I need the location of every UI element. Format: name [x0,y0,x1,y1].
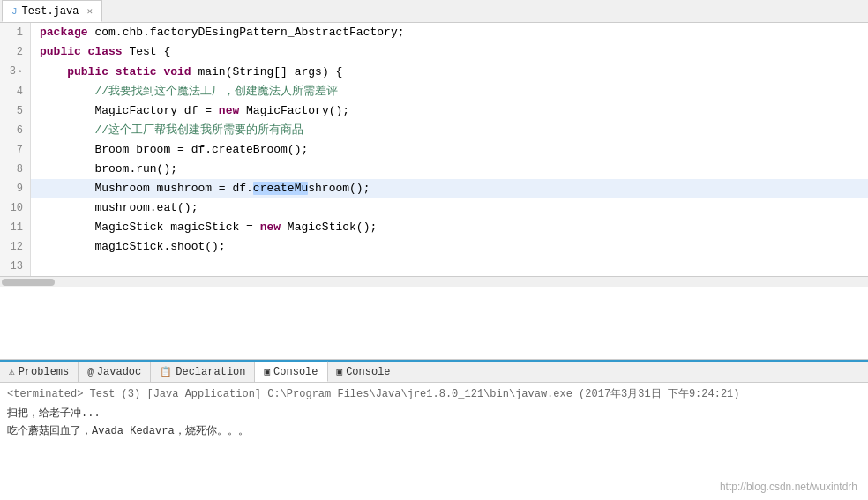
console-content: <terminated> Test (3) [Java Application]… [0,383,868,444]
editor-tab-bar: J Test.java ✕ [0,0,868,23]
code-line-11[interactable]: 11 MagicStick magicStick = new MagicStic… [0,218,868,237]
line-number-12: 12 [0,237,31,257]
code-line-13[interactable]: 13 [0,257,868,276]
console1-label: Console [273,366,318,378]
line-number-10: 10 [0,198,31,218]
code-line-9[interactable]: 9 Mushroom mushroom = df.createMushroom(… [0,179,868,198]
javadoc-icon: @ [87,367,94,377]
code-editor[interactable]: 1package com.chb.factoryDEsingPattern_Ab… [0,23,868,360]
bottom-tab-declaration[interactable]: 📋Declaration [151,362,255,383]
problems-icon: ⚠ [9,366,15,377]
console-output: 扫把，给老子冲... 吃个蘑菇回血了，Avada Kedavra，烧死你。。。 [7,405,861,440]
scrollbar-thumb[interactable] [2,279,55,286]
code-line-7[interactable]: 7 Broom broom = df.createBroom(); [0,140,868,160]
line-content-3: public static void main(String[] args) { [31,63,342,82]
line-content-12: magicStick.shoot(); [31,237,226,257]
line-number-8: 8 [0,160,31,179]
line-content-10: mushroom.eat(); [31,198,198,218]
line-content-4: //我要找到这个魔法工厂，创建魔法人所需差评 [31,82,338,101]
bottom-tab-console1[interactable]: ▣Console [255,361,327,382]
code-line-6[interactable]: 6 //这个工厂帮我创建我所需要的所有商品 [0,121,868,140]
bottom-panel: ⚠Problems@Javadoc📋Declaration▣Console▣Co… [0,360,868,500]
line-number-13: 13 [0,257,31,276]
line-number-9: 9 [0,179,31,198]
editor-tab-test-java[interactable]: J Test.java ✕ [2,0,102,22]
bottom-tab-bar: ⚠Problems@Javadoc📋Declaration▣Console▣Co… [0,362,868,383]
code-line-1[interactable]: 1package com.chb.factoryDEsingPattern_Ab… [0,23,868,42]
fold-arrow[interactable]: ◦ [18,67,23,77]
bottom-tab-javadoc[interactable]: @Javadoc [79,362,151,383]
bottom-tab-problems[interactable]: ⚠Problems [0,362,79,383]
code-line-8[interactable]: 8 broom.run(); [0,160,868,179]
console-line-1: 扫把，给老子冲... [7,405,861,422]
code-line-2[interactable]: 2public class Test { [0,42,868,62]
code-line-3[interactable]: 3◦ public static void main(String[] args… [0,62,868,82]
line-number-3: 3◦ [0,62,31,82]
line-content-5: MagicFactory df = new MagicFactory(); [31,101,349,121]
horizontal-scrollbar[interactable] [0,276,868,287]
console-header: <terminated> Test (3) [Java Application]… [7,386,861,401]
line-number-4: 4 [0,82,31,101]
line-number-2: 2 [0,42,31,62]
code-line-12[interactable]: 12 magicStick.shoot(); [0,237,868,257]
line-content-9: Mushroom mushroom = df.createMushroom(); [31,179,370,198]
console-line-2: 吃个蘑菇回血了，Avada Kedavra，烧死你。。。 [7,422,861,440]
declaration-icon: 📋 [160,366,172,377]
line-content-8: broom.run(); [31,160,177,179]
code-lines: 1package com.chb.factoryDEsingPattern_Ab… [0,23,868,276]
java-file-icon: J [11,6,18,17]
watermark: http://blog.csdn.net/wuxintdrh [720,481,857,493]
console1-icon: ▣ [264,366,270,377]
code-line-10[interactable]: 10 mushroom.eat(); [0,198,868,218]
code-line-5[interactable]: 5 MagicFactory df = new MagicFactory(); [0,101,868,121]
line-number-6: 6 [0,121,31,140]
code-line-4[interactable]: 4 //我要找到这个魔法工厂，创建魔法人所需差评 [0,82,868,101]
line-number-5: 5 [0,101,31,121]
editor-tab-label: Test.java [22,5,79,18]
line-content-2: public class Test { [31,42,170,62]
line-number-11: 11 [0,218,31,237]
line-content-7: Broom broom = df.createBroom(); [31,140,308,160]
console2-icon: ▣ [337,366,343,377]
problems-label: Problems [19,366,70,378]
javadoc-label: Javadoc [97,366,141,378]
bottom-tab-console2[interactable]: ▣Console [328,362,400,383]
declaration-label: Declaration [176,366,245,378]
close-tab-icon[interactable]: ✕ [86,5,93,17]
line-content-11: MagicStick magicStick = new MagicStick()… [31,218,377,237]
line-number-7: 7 [0,140,31,160]
line-content-6: //这个工厂帮我创建我所需要的所有商品 [31,121,303,140]
line-content-1: package com.chb.factoryDEsingPattern_Abs… [31,23,404,42]
console2-label: Console [346,366,390,378]
line-number-1: 1 [0,23,31,42]
